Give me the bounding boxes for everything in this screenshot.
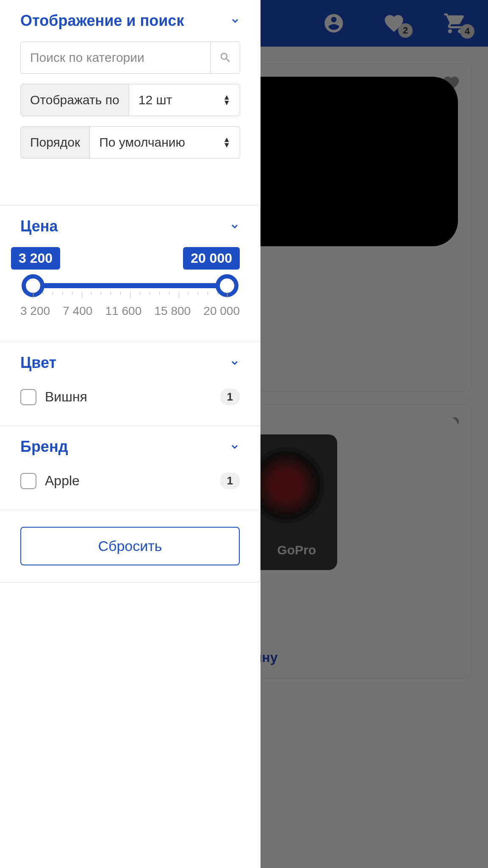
chevron-down-icon: [230, 358, 240, 368]
price-slider: 3 200 20 000 3 200 7 400 11 600 15 800 2…: [20, 247, 240, 326]
order-value[interactable]: По умолчанию ▲▼: [90, 127, 240, 158]
filter-option[interactable]: Apple 1: [20, 467, 240, 494]
order-select: Порядок По умолчанию ▲▼: [20, 126, 240, 159]
brand-header[interactable]: Бренд: [0, 426, 260, 467]
chevron-down-icon: [230, 221, 240, 231]
price-header[interactable]: Цена: [0, 206, 260, 247]
display-by-label: Отображать по: [21, 84, 129, 116]
section-title: Бренд: [20, 438, 68, 456]
category-search-input[interactable]: [21, 42, 210, 73]
chevron-down-icon: [230, 442, 240, 452]
section-title: Отображение и поиск: [20, 12, 184, 30]
sort-icon: ▲▼: [223, 137, 230, 147]
chevron-down-icon: [230, 16, 240, 26]
sort-icon: ▲▼: [223, 95, 230, 105]
filter-sidebar: Отображение и поиск Отображать по 12 шт …: [0, 0, 261, 868]
section-title: Цена: [20, 217, 58, 235]
filter-label: Вишня: [45, 389, 87, 405]
display-search-header[interactable]: Отображение и поиск: [0, 0, 261, 42]
slider-scale: 3 200 7 400 11 600 15 800 20 000: [20, 304, 240, 318]
search-button[interactable]: [210, 42, 240, 73]
filter-count: 1: [220, 389, 240, 405]
slider-track[interactable]: [33, 283, 227, 288]
order-label: Порядок: [21, 127, 90, 158]
display-by-select: Отображать по 12 шт ▲▼: [20, 84, 240, 116]
price-max-label: 20 000: [183, 247, 240, 270]
checkbox[interactable]: [20, 473, 36, 489]
filter-label: Apple: [45, 473, 80, 489]
price-min-label: 3 200: [11, 247, 60, 270]
filter-option[interactable]: Вишня 1: [20, 384, 240, 410]
reset-button[interactable]: Сбросить: [20, 527, 240, 565]
section-title: Цвет: [20, 354, 56, 372]
filter-count: 1: [220, 473, 240, 489]
color-header[interactable]: Цвет: [0, 342, 260, 384]
checkbox[interactable]: [20, 389, 36, 405]
display-by-value[interactable]: 12 шт ▲▼: [129, 84, 240, 116]
category-search-group: [20, 42, 240, 74]
